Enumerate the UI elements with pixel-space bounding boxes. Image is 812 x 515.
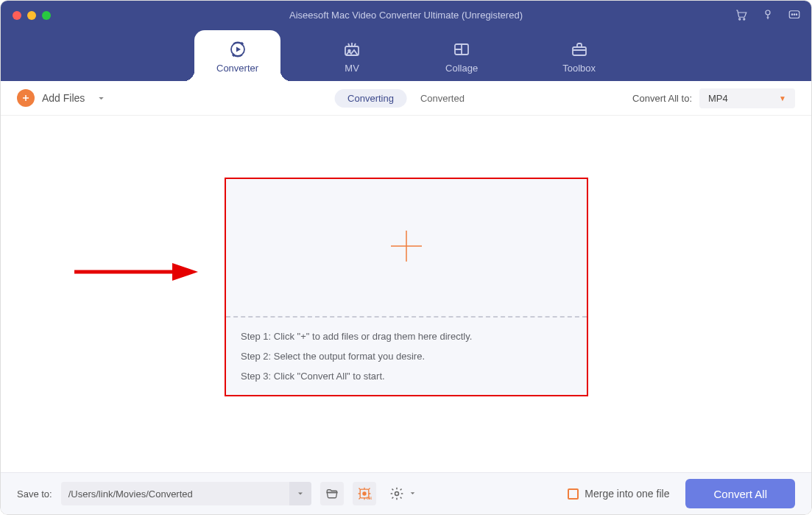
tab-label: Converter	[216, 63, 258, 74]
segment-converting[interactable]: Converting	[334, 89, 407, 108]
merge-checkbox[interactable]: Merge into one file	[568, 488, 669, 500]
svg-point-18	[395, 492, 398, 496]
svg-point-4	[791, 14, 792, 15]
format-value: MP4	[708, 93, 728, 104]
tab-toolbox[interactable]: Toolbox	[540, 30, 618, 81]
plus-icon	[17, 89, 35, 107]
svg-point-0	[739, 18, 741, 20]
titlebar: Aiseesoft Mac Video Converter Ultimate (…	[1, 1, 811, 81]
drop-zone[interactable]: Step 1: Click "+" to add files or drag t…	[225, 178, 588, 396]
main-area: Step 1: Click "+" to add files or drag t…	[1, 116, 811, 472]
svg-point-1	[744, 18, 745, 20]
step-1-text: Step 1: Click "+" to add files or drag t…	[241, 331, 572, 342]
convert-all-label: Convert All	[713, 488, 767, 500]
settings-button[interactable]	[385, 482, 409, 505]
add-files-label: Add Files	[42, 92, 85, 104]
tab-label: MV	[345, 63, 359, 74]
collage-icon	[453, 41, 470, 57]
chevron-down-icon[interactable]	[96, 94, 106, 103]
conversion-segment: Converting Converted	[334, 89, 478, 108]
save-to-label: Save to:	[17, 488, 52, 500]
svg-marker-14	[172, 263, 198, 281]
tab-mv[interactable]: MV	[321, 30, 383, 81]
feedback-icon[interactable]	[788, 8, 801, 21]
tab-converter[interactable]: Converter	[194, 30, 280, 81]
footer-bar: Save to: /Users/link/Movies/Converted ON	[1, 472, 811, 514]
annotation-arrow	[73, 260, 198, 284]
checkbox-icon	[568, 488, 579, 500]
save-path-field[interactable]: /Users/link/Movies/Converted	[61, 482, 311, 505]
add-files-button[interactable]: Add Files	[17, 89, 106, 107]
svg-point-5	[794, 14, 794, 15]
step-3-text: Step 3: Click "Convert All" to start.	[241, 371, 572, 382]
app-title: Aiseesoft Mac Video Converter Ultimate (…	[1, 10, 811, 21]
gpu-accel-button[interactable]: ON	[353, 482, 376, 505]
svg-text:ON: ON	[366, 496, 372, 500]
drop-zone-add[interactable]	[226, 179, 587, 316]
plus-icon	[388, 228, 425, 267]
save-path-dropdown[interactable]	[289, 482, 311, 505]
cart-icon[interactable]	[735, 8, 748, 21]
tab-label: Toolbox	[562, 63, 596, 74]
output-format-select[interactable]: MP4 ▼	[699, 88, 795, 108]
chevron-down-icon: ▼	[779, 94, 786, 102]
tab-label: Collage	[445, 63, 478, 74]
mv-icon	[343, 41, 361, 57]
instructions: Step 1: Click "+" to add files or drag t…	[226, 318, 587, 395]
svg-rect-12	[573, 47, 586, 55]
converter-icon	[229, 41, 247, 57]
toolbox-icon	[571, 41, 588, 57]
segment-converted[interactable]: Converted	[407, 89, 478, 108]
step-2-text: Step 2: Select the output format you des…	[241, 351, 572, 362]
chevron-down-icon[interactable]	[409, 487, 417, 500]
save-path-value: /Users/link/Movies/Converted	[61, 482, 289, 505]
sub-toolbar: Add Files Converting Converted Convert A…	[1, 81, 811, 116]
convert-all-to-label: Convert All to:	[632, 93, 692, 104]
convert-all-button[interactable]: Convert All	[685, 479, 795, 508]
key-icon[interactable]	[761, 8, 774, 21]
tab-collage[interactable]: Collage	[423, 30, 500, 81]
svg-marker-8	[236, 47, 241, 52]
svg-point-6	[796, 14, 797, 15]
merge-label: Merge into one file	[585, 488, 669, 500]
svg-point-2	[766, 10, 770, 15]
open-folder-button[interactable]	[320, 482, 344, 505]
